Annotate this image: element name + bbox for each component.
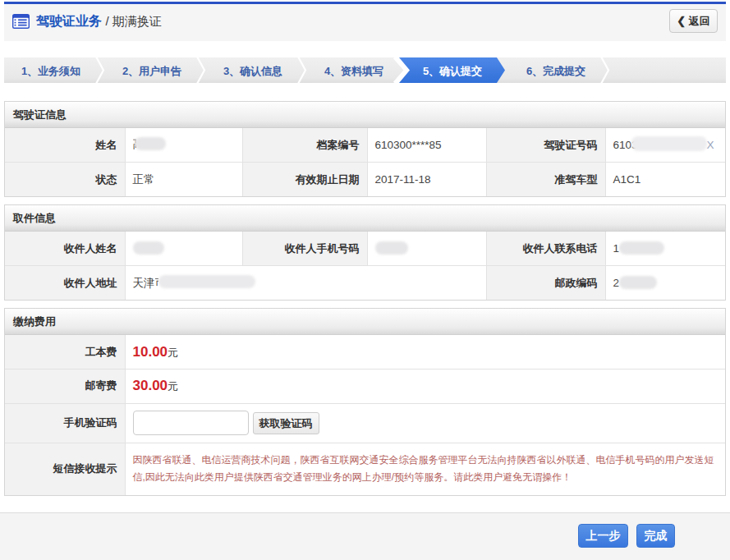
svg-text:3、确认信息: 3、确认信息 [223, 65, 282, 77]
svg-text:5、确认提交: 5、确认提交 [423, 65, 482, 77]
svg-text:2、用户申告: 2、用户申告 [122, 65, 181, 77]
svg-text:1、业务须知: 1、业务须知 [21, 65, 80, 77]
svg-text:4、资料填写: 4、资料填写 [324, 65, 383, 77]
svg-text:6、完成提交: 6、完成提交 [526, 65, 585, 77]
